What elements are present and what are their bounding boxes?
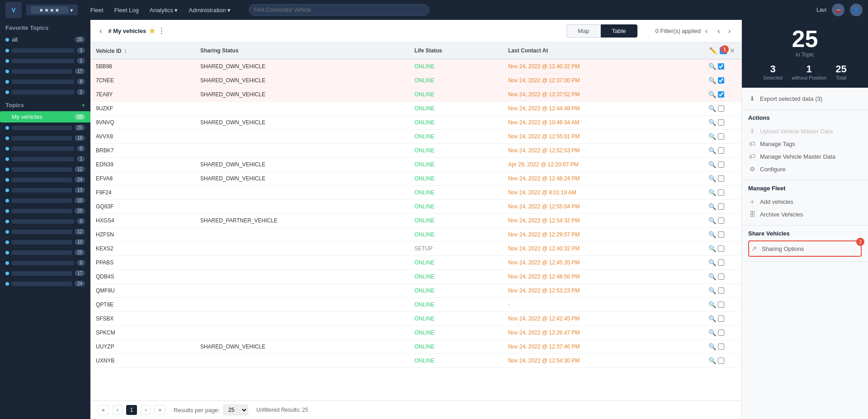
- manage-tags-button[interactable]: 🏷 Manage Tags: [748, 137, 862, 150]
- row-select-checkbox[interactable]: [718, 287, 724, 294]
- row-select-checkbox[interactable]: [718, 301, 724, 308]
- sort-vehicle-id-icon[interactable]: ↕: [123, 46, 128, 55]
- nav-fleet[interactable]: Fleet: [86, 5, 108, 15]
- sidebar-toggle-button[interactable]: ‹: [98, 25, 104, 37]
- row-search-icon[interactable]: 🔍: [708, 63, 716, 70]
- row-search-icon[interactable]: 🔍: [708, 245, 716, 252]
- per-page-select[interactable]: 25 50 100: [223, 405, 248, 415]
- sidebar-topic-9[interactable]: 25: [0, 206, 90, 216]
- nav-user-avatar[interactable]: 👤: [850, 4, 863, 16]
- row-select-checkbox[interactable]: [718, 175, 724, 182]
- sidebar-fav-1[interactable]: 3: [0, 45, 90, 56]
- row-select-checkbox[interactable]: [718, 259, 724, 266]
- nav-analytics[interactable]: Analytics ▾: [145, 5, 183, 15]
- sidebar-topic-3[interactable]: 0: [0, 143, 90, 154]
- row-select-checkbox[interactable]: [718, 330, 724, 336]
- options-dots-icon[interactable]: ⋮: [158, 27, 165, 35]
- add-vehicles-button[interactable]: + Add vehicles: [748, 195, 862, 208]
- close-selection-icon[interactable]: ✕: [729, 46, 736, 55]
- sidebar-topic-11[interactable]: 12: [0, 226, 90, 237]
- sidebar-item-all[interactable]: all 25: [0, 34, 90, 45]
- pagination-prev[interactable]: ‹: [113, 405, 123, 415]
- sidebar-topic-6[interactable]: 24: [0, 174, 90, 185]
- row-select-checkbox[interactable]: [718, 245, 724, 252]
- row-search-icon[interactable]: 🔍: [708, 287, 716, 294]
- sidebar-fav-5[interactable]: 1: [0, 87, 90, 97]
- sidebar-fav-2[interactable]: 1: [0, 56, 90, 66]
- sidebar-topic-2[interactable]: 18: [0, 133, 90, 143]
- row-select-checkbox[interactable]: [718, 147, 724, 154]
- sidebar-topic-4[interactable]: 1: [0, 154, 90, 164]
- sidebar-item-my-vehicles[interactable]: My vehicles 25: [0, 111, 90, 122]
- brand-button[interactable]: ■ ■ ■ ■ ▾: [26, 5, 78, 15]
- row-search-icon[interactable]: 🔍: [708, 119, 716, 126]
- row-select-checkbox[interactable]: [718, 77, 724, 84]
- row-search-icon[interactable]: 🔍: [708, 161, 716, 168]
- sidebar-topic-14[interactable]: 0: [0, 258, 90, 268]
- nav-administration[interactable]: Administration ▾: [184, 5, 236, 15]
- sidebar-topic-1[interactable]: 25: [0, 122, 90, 133]
- add-topic-icon[interactable]: +: [81, 102, 85, 108]
- sidebar-topic-8[interactable]: 10: [0, 195, 90, 206]
- row-search-icon[interactable]: 🔍: [708, 189, 716, 196]
- nav-fleet-log[interactable]: Fleet Log: [110, 5, 143, 15]
- sidebar-topic-16[interactable]: 24: [0, 278, 90, 289]
- row-search-icon[interactable]: 🔍: [708, 343, 716, 350]
- panel-nav-right[interactable]: ›: [725, 25, 734, 37]
- favorite-star-icon[interactable]: ★: [149, 27, 155, 35]
- sidebar-topic-5[interactable]: 12: [0, 164, 90, 174]
- manage-vehicle-master-button[interactable]: 🏷 Manage Vehicle Master Data: [748, 150, 862, 163]
- row-search-icon[interactable]: 🔍: [708, 217, 716, 224]
- row-search-icon[interactable]: 🔍: [708, 329, 716, 336]
- configure-button[interactable]: ⚙ Configure: [748, 163, 862, 175]
- sidebar-fav-3[interactable]: 17: [0, 66, 90, 76]
- row-select-checkbox[interactable]: [718, 105, 724, 112]
- row-select-checkbox[interactable]: [718, 203, 724, 210]
- row-search-icon[interactable]: 🔍: [708, 175, 716, 182]
- row-search-icon[interactable]: 🔍: [708, 357, 716, 364]
- sidebar-topic-7[interactable]: 13: [0, 185, 90, 195]
- row-select-checkbox[interactable]: [718, 119, 724, 126]
- row-select-checkbox[interactable]: [718, 133, 724, 140]
- row-select-checkbox[interactable]: [718, 91, 724, 98]
- row-search-icon[interactable]: 🔍: [708, 273, 716, 280]
- sidebar-fav-4[interactable]: 8: [0, 76, 90, 87]
- row-search-icon[interactable]: 🔍: [708, 315, 716, 322]
- tab-map[interactable]: Map: [566, 24, 600, 38]
- tab-table[interactable]: Table: [601, 24, 637, 38]
- upload-vehicle-master-button[interactable]: ⬆ Upload Vehicle Master Data: [748, 125, 862, 137]
- filter-collapse-button[interactable]: ‹: [703, 25, 709, 37]
- sidebar-topic-13[interactable]: 25: [0, 247, 90, 258]
- pagination-last[interactable]: »: [154, 405, 165, 415]
- row-select-checkbox[interactable]: [718, 189, 724, 196]
- sidebar-topic-12[interactable]: 10: [0, 237, 90, 247]
- row-select-checkbox[interactable]: [718, 231, 724, 238]
- export-selected-button[interactable]: ⬇ Export selected data (3): [748, 92, 862, 105]
- row-select-checkbox[interactable]: [718, 217, 724, 224]
- row-select-checkbox[interactable]: [718, 63, 724, 70]
- row-search-icon[interactable]: 🔍: [708, 301, 716, 308]
- sharing-options-button[interactable]: ↗ Sharing Options: [750, 242, 860, 255]
- row-select-checkbox[interactable]: [718, 344, 724, 350]
- row-select-checkbox[interactable]: [718, 358, 724, 364]
- row-select-checkbox[interactable]: [718, 273, 724, 280]
- sidebar-topic-10[interactable]: 0: [0, 216, 90, 226]
- row-search-icon[interactable]: 🔍: [708, 77, 716, 84]
- row-select-checkbox[interactable]: [718, 161, 724, 168]
- row-select-checkbox[interactable]: [718, 315, 724, 322]
- pagination-first[interactable]: «: [98, 405, 109, 415]
- row-search-icon[interactable]: 🔍: [708, 133, 716, 140]
- nav-search-input[interactable]: [249, 4, 429, 16]
- row-search-icon[interactable]: 🔍: [708, 105, 716, 112]
- pagination-next[interactable]: ›: [141, 405, 151, 415]
- row-search-icon[interactable]: 🔍: [708, 231, 716, 238]
- archive-vehicles-button[interactable]: 🗄 Archive Vehicles: [748, 208, 862, 221]
- pagination-current[interactable]: 1: [126, 405, 137, 415]
- sidebar-topic-15[interactable]: 17: [0, 268, 90, 278]
- panel-nav-left[interactable]: ‹: [714, 25, 723, 37]
- edit-columns-icon[interactable]: ✏️: [708, 46, 718, 55]
- row-search-icon[interactable]: 🔍: [708, 147, 716, 154]
- row-search-icon[interactable]: 🔍: [708, 91, 716, 98]
- row-search-icon[interactable]: 🔍: [708, 203, 716, 210]
- row-search-icon[interactable]: 🔍: [708, 259, 716, 266]
